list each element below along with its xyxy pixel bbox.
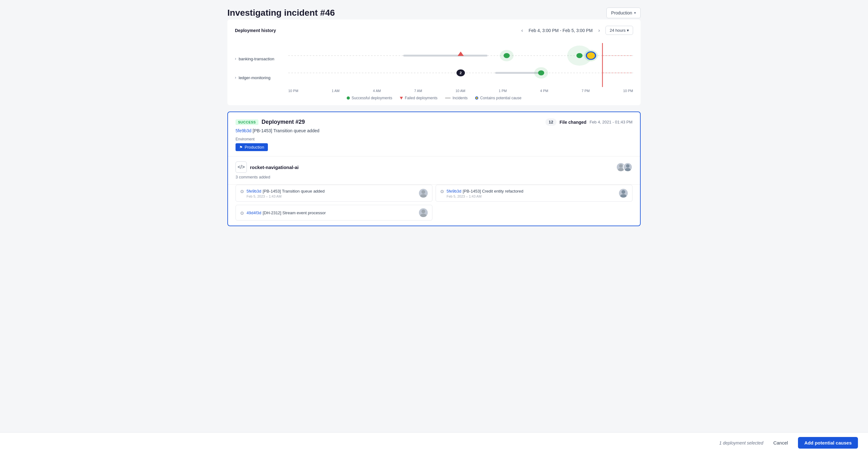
commit-hash-2[interactable]: 5fe9b3d xyxy=(446,189,461,193)
file-changed-label: File changed xyxy=(560,120,587,125)
prev-time-button[interactable]: ‹ xyxy=(519,27,525,34)
env-name: Production xyxy=(245,145,264,150)
deployment-card: SUCCESS Deployment #29 12 File changed F… xyxy=(227,112,641,226)
commit-node-icon-1: ⊙ xyxy=(240,189,244,194)
svg-point-13 xyxy=(576,53,583,58)
legend-incidents: Incidents xyxy=(445,96,468,100)
svg-point-19 xyxy=(618,168,624,172)
chart-svg: 2 xyxy=(288,43,633,87)
file-date: Feb 4, 2021 - 01:43 PM xyxy=(589,120,632,124)
x-label-10pm-end: 10 PM xyxy=(623,89,633,93)
chevron-down-icon: ▾ xyxy=(634,11,636,15)
legend-incidents-label: Incidents xyxy=(453,96,468,100)
env-icon: ⚑ xyxy=(239,145,243,150)
cancel-button[interactable]: Cancel xyxy=(768,437,793,448)
row-label-ledger[interactable]: › ledger-monitoring xyxy=(235,68,285,87)
status-badge: SUCCESS xyxy=(236,119,258,125)
legend-failed-icon xyxy=(400,97,403,99)
expand-banking-icon: › xyxy=(235,57,236,61)
commit-item-1: ⊙ 5fe9b3d [PB-1453] Transition queue add… xyxy=(236,185,432,202)
card-top: SUCCESS Deployment #29 12 File changed F… xyxy=(228,112,640,156)
row-label-ledger-text: ledger-monitoring xyxy=(239,76,270,80)
expand-ledger-icon: › xyxy=(235,76,236,80)
deployment-title: Deployment #29 xyxy=(261,119,305,125)
x-label-10pm: 10 PM xyxy=(288,89,298,93)
svg-point-22 xyxy=(422,190,425,194)
commit-hash[interactable]: 5fe9b3d xyxy=(236,128,252,133)
commit-msg-2: [PB-1453] Credit entity refactored xyxy=(463,189,523,193)
avatar-2 xyxy=(623,162,632,172)
svg-point-9 xyxy=(504,53,510,58)
svg-point-23 xyxy=(420,194,427,198)
commit-item-3: ⊙ 49d4f3d [DH-2312] Stream event process… xyxy=(236,205,432,220)
commit-hash-row: 5fe9b3d [PB-1453] Transition queue added xyxy=(236,128,632,133)
x-label-7pm: 7 PM xyxy=(582,89,590,93)
commit-node-icon-3: ⊙ xyxy=(240,210,244,215)
commit-text: [PB-1453] Transition queue added xyxy=(253,128,320,133)
svg-point-18 xyxy=(619,164,622,168)
file-count-badge: 12 xyxy=(546,118,556,126)
x-label-4pm: 4 PM xyxy=(540,89,548,93)
production-label: Production xyxy=(611,10,632,16)
chart-section: Deployment history ‹ Feb 4, 3:00 PM - Fe… xyxy=(227,20,641,105)
repo-name: rocket-navigational-ai xyxy=(250,164,299,170)
row-label-banking[interactable]: › banking-transaction xyxy=(235,49,285,68)
x-label-1am: 1 AM xyxy=(332,89,339,93)
commit-message-text: [PB-1453] Transition queue added xyxy=(253,128,320,133)
env-label: Enviroment xyxy=(236,137,632,141)
commit-item-2: ⊙ 5fe9b3d [PB-1453] Credit entity refact… xyxy=(436,185,632,202)
legend-green-dot xyxy=(347,96,350,99)
comments-text: 3 comments added xyxy=(236,175,632,179)
x-label-1pm: 1 PM xyxy=(499,89,507,93)
footer-bar: 1 deployment selected Cancel Add potenti… xyxy=(0,432,868,453)
commit-avatar-3 xyxy=(419,208,428,217)
svg-point-17 xyxy=(538,70,544,76)
commit-date-2: Feb 5, 2023 – 1:43 AM xyxy=(446,194,523,198)
svg-point-24 xyxy=(621,190,625,194)
time-range-label: Feb 4, 3:00 PM - Feb 5, 3:00 PM xyxy=(529,28,593,33)
chart-section-title: Deployment history xyxy=(235,28,276,33)
production-dropdown[interactable]: Production ▾ xyxy=(607,7,641,18)
svg-text:2: 2 xyxy=(460,71,462,75)
commit-avatar-2 xyxy=(619,189,628,198)
svg-point-27 xyxy=(420,214,427,217)
selected-text: 1 deployment selected xyxy=(719,441,763,446)
commits-grid: ⊙ 5fe9b3d [PB-1453] Transition queue add… xyxy=(228,185,640,225)
add-causes-button[interactable]: Add potential causes xyxy=(798,437,858,449)
x-label-10am: 10 AM xyxy=(455,89,465,93)
x-label-4am: 4 AM xyxy=(373,89,381,93)
legend-failed-label: Failed deployments xyxy=(405,96,437,100)
legend-potential-icon xyxy=(475,96,478,99)
svg-marker-7 xyxy=(458,52,464,56)
svg-point-12 xyxy=(586,52,595,59)
chart-legend: Successful deployments Failed deployment… xyxy=(235,96,633,100)
env-badge: ⚑ Production xyxy=(236,143,268,151)
page-title: Investigating incident #46 xyxy=(227,8,335,18)
svg-point-21 xyxy=(625,168,631,172)
hours-chevron-icon: ▾ xyxy=(627,28,629,33)
hours-label: 24 hours xyxy=(610,28,626,33)
svg-rect-2 xyxy=(403,55,487,57)
card-middle: </> rocket-navigational-ai 3 comments ad… xyxy=(228,156,640,185)
commit-msg-1: [PB-1453] Transition queue added xyxy=(262,189,324,193)
svg-point-20 xyxy=(626,164,629,168)
commit-node-icon-2: ⊙ xyxy=(440,189,444,194)
legend-successful: Successful deployments xyxy=(347,96,392,100)
time-navigation: ‹ Feb 4, 3:00 PM - Feb 5, 3:00 PM › 24 h… xyxy=(519,26,633,35)
avatars-stack xyxy=(616,162,632,172)
legend-potential-cause: Contains potential cause xyxy=(475,96,521,100)
commit-hash-1[interactable]: 5fe9b3d xyxy=(247,189,261,193)
x-label-7am: 7 AM xyxy=(414,89,422,93)
hours-dropdown[interactable]: 24 hours ▾ xyxy=(606,26,633,35)
commit-hash-3[interactable]: 49d4f3d xyxy=(247,210,261,215)
legend-bar-icon xyxy=(445,97,451,99)
svg-point-25 xyxy=(620,194,626,198)
legend-failed: Failed deployments xyxy=(400,96,437,100)
next-time-button[interactable]: › xyxy=(596,27,602,34)
commit-date-1: Feb 5, 2023 – 1:43 AM xyxy=(247,194,325,198)
row-label-banking-text: banking-transaction xyxy=(239,57,274,61)
commit-msg-3: [DH-2312] Stream event processor xyxy=(262,210,326,215)
commit-avatar-1 xyxy=(419,189,428,198)
legend-potential-label: Contains potential cause xyxy=(480,96,521,100)
legend-successful-label: Successful deployments xyxy=(352,96,392,100)
